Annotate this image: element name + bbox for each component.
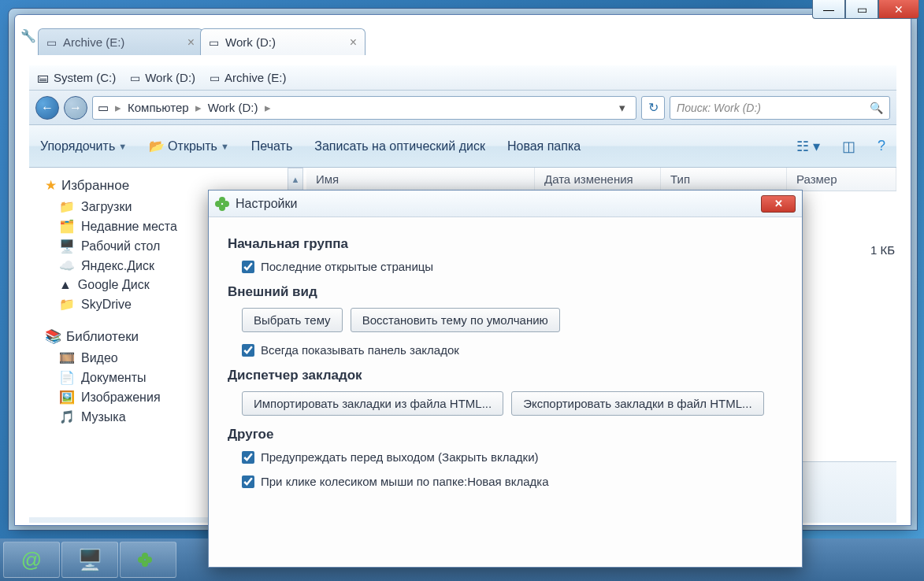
tab-work[interactable]: ▭ Work (D:) ×: [200, 28, 366, 55]
window-controls: — ▭ ✕: [812, 0, 919, 19]
tab-close-icon[interactable]: ×: [187, 35, 195, 50]
bookmark-archive-e[interactable]: ▭ Archive (E:): [210, 71, 286, 84]
image-icon: 🖼️: [59, 390, 75, 405]
chevron-right-icon: ▸: [195, 101, 202, 115]
toolbar-print[interactable]: Печать: [251, 139, 292, 154]
open-icon: 📂: [149, 139, 165, 154]
checkbox-warn-exit[interactable]: Предупреждать перед выходом (Закрыть вкл…: [242, 450, 783, 464]
checkbox-show-bookmarks[interactable]: Всегда показывать панель закладок: [242, 343, 783, 357]
chevron-down-icon: ▼: [221, 142, 229, 151]
close-button[interactable]: ✕: [878, 0, 919, 19]
toolbar-open[interactable]: 📂 Открыть▼: [149, 139, 229, 154]
minimize-button[interactable]: —: [812, 0, 845, 19]
music-icon: 🎵: [59, 409, 75, 424]
toolbar-burn[interactable]: Записать на оптический диск: [314, 139, 485, 154]
section-start-group: Начальная группа: [228, 236, 783, 252]
clover-icon: [138, 553, 152, 567]
drive-icon: ▭: [46, 36, 57, 49]
toolbar-organize[interactable]: Упорядочить▼: [40, 139, 127, 154]
section-other: Другое: [228, 427, 783, 442]
recent-icon: 🗂️: [59, 219, 75, 234]
gdrive-icon: ▲: [59, 278, 72, 292]
column-name[interactable]: Имя: [306, 168, 535, 191]
restore-theme-button[interactable]: Восстановить тему по умолчанию: [351, 308, 560, 332]
help-button[interactable]: ?: [878, 138, 885, 154]
chevron-right-icon: ▸: [265, 101, 271, 115]
choose-theme-button[interactable]: Выбрать тему: [242, 308, 343, 332]
tab-close-icon[interactable]: ×: [350, 35, 357, 50]
checkbox-input[interactable]: [242, 261, 254, 273]
desktop-icon: 🖥️: [59, 239, 75, 253]
chevron-down-icon: ▼: [118, 142, 127, 151]
preview-pane-button[interactable]: ◫: [842, 138, 855, 155]
search-icon: 🔍: [870, 102, 883, 114]
tabs-row: ▭ Archive (E:) × ▭ Work (D:) ×: [38, 24, 908, 55]
folder-icon: 📁: [59, 297, 75, 312]
star-icon: ★: [45, 177, 57, 194]
breadcrumb[interactable]: ▭ ▸ Компьютер ▸ Work (D:) ▸ ▾: [92, 96, 636, 120]
clover-icon: [215, 197, 229, 211]
settings-dialog: Настройки ✕ Начальная группа Последние о…: [208, 190, 803, 568]
breadcrumb-current[interactable]: Work (D:): [208, 101, 258, 114]
video-icon: 🎞️: [59, 350, 75, 365]
column-size[interactable]: Размер: [787, 168, 896, 191]
toolbar: Упорядочить▼ 📂 Открыть▼ Печать Записать …: [29, 125, 896, 168]
taskbar-app-1[interactable]: @: [3, 542, 60, 578]
tab-archive[interactable]: ▭ Archive (E:) ×: [38, 28, 203, 55]
toolbar-new-folder[interactable]: Новая папка: [507, 139, 581, 154]
search-input[interactable]: Поиск: Work (D:) 🔍: [670, 96, 890, 120]
bookmark-label: Archive (E:): [225, 71, 286, 84]
view-options-button[interactable]: ☷ ▾: [796, 138, 820, 155]
column-type[interactable]: Тип: [661, 168, 787, 191]
drive-icon: ▭: [98, 101, 109, 115]
drive-icon: ▭: [210, 72, 220, 84]
taskbar-app-clover[interactable]: [120, 542, 176, 578]
dialog-titlebar[interactable]: Настройки ✕: [209, 191, 802, 217]
tab-label: Work (D:): [225, 35, 276, 49]
drive-icon: ▭: [130, 72, 140, 84]
refresh-button[interactable]: ↻: [641, 96, 665, 120]
breadcrumb-dropdown[interactable]: ▾: [614, 101, 631, 115]
checkbox-middle-click[interactable]: При клике колесиком мыши по папке:Новая …: [242, 475, 783, 488]
nav-back-button[interactable]: ←: [35, 96, 59, 120]
chevron-right-icon: ▸: [115, 101, 121, 115]
bookmark-label: System (C:): [54, 71, 116, 84]
column-headers: Имя Дата изменения Тип Размер: [306, 168, 896, 191]
import-bookmarks-button[interactable]: Импортировать закладки из файла HTML...: [242, 391, 503, 416]
search-placeholder: Поиск: Work (D:): [677, 102, 761, 114]
breadcrumb-root[interactable]: Компьютер: [128, 101, 189, 114]
document-icon: 📄: [59, 370, 75, 385]
file-size-value: 1 КБ: [870, 243, 895, 257]
bookmark-system-c[interactable]: 🖴 System (C:): [37, 71, 116, 84]
maximize-button[interactable]: ▭: [845, 0, 878, 19]
dialog-title: Настройки: [236, 197, 297, 211]
nav-bar: ← → ▭ ▸ Компьютер ▸ Work (D:) ▸ ▾ ↻ Поис…: [29, 91, 896, 125]
wrench-icon[interactable]: 🔧: [20, 28, 36, 43]
section-bookmarks-manager: Диспетчер закладок: [228, 368, 783, 383]
drive-icon: ▭: [209, 36, 219, 49]
section-appearance: Внешний вид: [228, 284, 783, 300]
export-bookmarks-button[interactable]: Экспортировать закладки в файл HTML...: [511, 391, 763, 416]
taskbar-app-2[interactable]: 🖥️: [61, 542, 118, 578]
cloud-icon: ☁️: [59, 258, 75, 273]
sidebar-scroll-up[interactable]: ▲: [288, 168, 303, 191]
tab-label: Archive (E:): [63, 35, 124, 49]
nav-forward-button[interactable]: →: [64, 96, 87, 120]
checkbox-input[interactable]: [242, 344, 254, 357]
dialog-close-button[interactable]: ✕: [761, 195, 796, 213]
drive-icon: 🖴: [37, 71, 49, 84]
bookmark-label: Work (D:): [145, 71, 195, 84]
bookmarks-bar: 🖴 System (C:) ▭ Work (D:) ▭ Archive (E:): [29, 65, 896, 91]
checkbox-last-pages[interactable]: Последние открытые страницы: [242, 260, 783, 273]
folder-icon: 📁: [59, 199, 75, 214]
checkbox-input[interactable]: [242, 451, 254, 464]
checkbox-input[interactable]: [242, 476, 254, 488]
bookmark-work-d[interactable]: ▭ Work (D:): [130, 71, 195, 84]
library-icon: 📚: [45, 328, 61, 345]
dialog-body: Начальная группа Последние открытые стра…: [209, 217, 802, 512]
column-date[interactable]: Дата изменения: [535, 168, 661, 191]
